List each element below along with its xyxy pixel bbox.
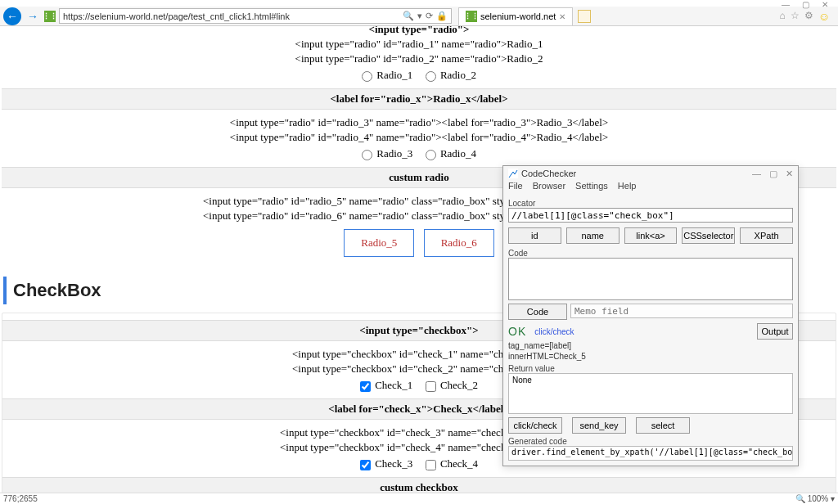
innerhtml-info: innerHTML=Check_5 <box>508 352 793 361</box>
tagname-info: tag_name=[label] <box>508 341 793 350</box>
codechecker-dialog: CodeChecker — ▢ ✕ File Browser Settings … <box>502 165 799 466</box>
dialog-menu: File Browser Settings Help <box>503 181 798 194</box>
status-coords: 776;2655 <box>3 494 38 503</box>
radio-1[interactable]: Radio_1 <box>362 69 412 81</box>
dialog-title: CodeChecker <box>521 169 576 178</box>
ok-substatus: click/check <box>534 327 574 336</box>
generated-label: Generated code <box>508 437 793 446</box>
address-bar[interactable]: https://selenium-world.net/page/test_cnt… <box>59 8 452 24</box>
locator-label: Locator <box>508 199 793 208</box>
return-box[interactable]: None <box>508 373 793 414</box>
dialog-maximize-icon[interactable]: ▢ <box>769 169 777 179</box>
home-icon[interactable]: ⌂ <box>779 10 785 23</box>
code-snippet: <input type="radio" id="radio_2" name="r… <box>2 52 836 65</box>
select-button[interactable]: select <box>636 417 690 434</box>
page-body: <input type="radio"> <input type="radio"… <box>0 26 838 493</box>
memo-input[interactable] <box>570 304 793 318</box>
code-snippet: <input type="radio" id="radio_4" name="r… <box>2 131 836 144</box>
tab-close-icon[interactable]: ✕ <box>559 12 565 21</box>
menu-browser[interactable]: Browser <box>533 181 565 194</box>
new-tab-button[interactable] <box>578 10 591 23</box>
zoom-label[interactable]: 🔍 100% ▾ <box>795 494 835 503</box>
browser-toolbar: ← → ⋮⋮ https://selenium-world.net/page/t… <box>0 7 838 26</box>
clickcheck-button[interactable]: click/check <box>508 417 562 434</box>
link-button[interactable]: link<a> <box>624 227 678 244</box>
code-snippet: <input type="radio" id="radio_1" name="r… <box>2 38 836 51</box>
id-button[interactable]: id <box>508 227 561 244</box>
radio-3[interactable]: Radio_3 <box>362 147 412 160</box>
check-2[interactable]: Check_2 <box>426 379 478 391</box>
check-3[interactable]: Check_3 <box>360 457 412 470</box>
site-favicon: ⋮⋮ <box>44 11 56 22</box>
code-label: Code <box>508 249 793 258</box>
search-icon[interactable]: 🔍 <box>403 11 414 21</box>
favorites-icon[interactable]: ☆ <box>791 10 800 23</box>
menu-help[interactable]: Help <box>618 181 637 194</box>
code-textarea[interactable] <box>508 258 793 300</box>
radio-2[interactable]: Radio_2 <box>426 69 476 81</box>
menu-settings[interactable]: Settings <box>575 181 608 194</box>
tab-favicon: ⋮⋮ <box>466 11 477 22</box>
radio-4[interactable]: Radio_4 <box>426 147 476 160</box>
css-button[interactable]: CSSselector <box>682 227 735 244</box>
window-titlebar: — ▢ ✕ <box>0 0 838 7</box>
lock-icon: 🔒 <box>436 11 448 21</box>
code-snippet: <input type="radio"> <box>2 26 836 36</box>
return-label: Return value <box>508 364 793 373</box>
sendkey-button[interactable]: send_key <box>572 417 626 434</box>
generated-code-output[interactable]: driver.find_element_by_xpath('//label[1]… <box>508 446 793 461</box>
check-1[interactable]: Check_1 <box>360 379 412 391</box>
section-head: <label for="radio_x">Radio_x</label> <box>2 88 836 110</box>
section-head: custum checkbox <box>2 477 836 493</box>
radio-5-button[interactable]: Radio_5 <box>344 229 414 257</box>
check-4[interactable]: Check_4 <box>426 457 478 470</box>
dialog-close-icon[interactable]: ✕ <box>786 169 793 179</box>
url-text: https://selenium-world.net/page/test_cnt… <box>63 11 290 21</box>
code-snippet: <input type="radio" id="radio_3" name="r… <box>2 116 836 129</box>
status-bar: 776;2655 🔍 100% ▾ <box>0 493 838 504</box>
tab-label: selenium-world.net <box>480 11 556 21</box>
dialog-minimize-icon[interactable]: — <box>752 169 761 179</box>
minimize-icon[interactable]: — <box>776 0 795 9</box>
xpath-button[interactable]: XPath <box>740 227 793 244</box>
locator-input[interactable] <box>508 208 793 223</box>
refresh-icon[interactable]: ⟳ <box>426 11 433 21</box>
back-button[interactable]: ← <box>3 7 21 25</box>
maximize-icon[interactable]: ▢ <box>795 0 815 9</box>
settings-icon[interactable]: ⚙ <box>804 10 813 23</box>
radio-6-button[interactable]: Radio_6 <box>424 229 494 257</box>
app-icon <box>508 169 518 178</box>
menu-file[interactable]: File <box>508 181 523 194</box>
dialog-titlebar[interactable]: CodeChecker — ▢ ✕ <box>503 166 798 181</box>
forward-button[interactable]: → <box>25 8 41 25</box>
output-button[interactable]: Output <box>757 323 793 340</box>
url-controls: 🔍▾ ⟳ 🔒 <box>403 11 448 21</box>
browser-tab[interactable]: ⋮⋮ selenium-world.net ✕ <box>458 7 573 25</box>
ok-status: OK <box>508 325 526 338</box>
name-button[interactable]: name <box>566 227 619 244</box>
code-button[interactable]: Code <box>508 304 567 320</box>
close-icon[interactable]: ✕ <box>815 0 835 9</box>
smile-icon[interactable]: ☺ <box>818 10 830 23</box>
